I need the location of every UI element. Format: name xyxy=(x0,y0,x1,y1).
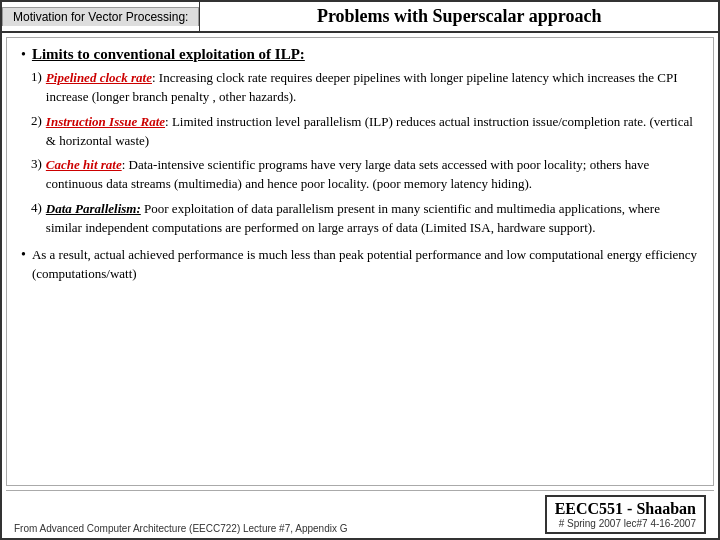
section-4: 4) Data Parallelism: Poor exploitation o… xyxy=(21,200,699,238)
bullet-symbol-2: • xyxy=(21,247,26,263)
term-data-parallelism: Data Parallelism: xyxy=(46,201,141,216)
section-1-text: Pipelined clock rate: Increasing clock r… xyxy=(46,69,699,107)
footer-date: # Spring 2007 lec#7 4-16-2007 xyxy=(555,518,696,529)
footer: From Advanced Computer Architecture (EEC… xyxy=(6,490,714,536)
section-3-num: 3) xyxy=(31,156,42,172)
term-cache-hit: Cache hit rate xyxy=(46,157,122,172)
footer-branding: EECC551 - Shaaban # Spring 2007 lec#7 4-… xyxy=(545,495,706,534)
header-tab: Motivation for Vector Processing: xyxy=(2,7,199,26)
header-tab-label: Motivation for Vector Processing: xyxy=(13,10,188,24)
section-3: 3) Cache hit rate: Data-intensive scient… xyxy=(21,156,699,194)
bullet-result: • As a result, actual achieved performan… xyxy=(21,244,699,284)
section-2-text: Instruction Issue Rate: Limited instruct… xyxy=(46,113,699,151)
result-text: As a result, actual achieved performance… xyxy=(32,246,699,284)
slide-title: Problems with Superscalar approach xyxy=(199,2,718,31)
section-1: 1) Pipelined clock rate: Increasing cloc… xyxy=(21,69,699,107)
limits-heading: Limits to conventional exploitation of I… xyxy=(32,46,305,63)
section-2-num: 2) xyxy=(31,113,42,129)
slide-container: Motivation for Vector Processing: Proble… xyxy=(0,0,720,540)
term-issue-rate: Instruction Issue Rate xyxy=(46,114,165,129)
bullet-symbol-1: • xyxy=(21,47,26,63)
footer-course-name: EECC551 - Shaaban xyxy=(555,500,696,518)
section-4-text: Data Parallelism: Poor exploitation of d… xyxy=(46,200,699,238)
section-1-num: 1) xyxy=(31,69,42,85)
footer-source: From Advanced Computer Architecture (EEC… xyxy=(14,523,348,534)
section-2: 2) Instruction Issue Rate: Limited instr… xyxy=(21,113,699,151)
section-3-body: Data-intensive scientific programs have … xyxy=(46,157,649,191)
bullet-limits: • Limits to conventional exploitation of… xyxy=(21,46,699,63)
section-3-text: Cache hit rate: Data-intensive scientifi… xyxy=(46,156,699,194)
header-bar: Motivation for Vector Processing: Proble… xyxy=(2,2,718,33)
section-4-num: 4) xyxy=(31,200,42,216)
content-area: • Limits to conventional exploitation of… xyxy=(6,37,714,486)
term-pipelined: Pipelined clock rate xyxy=(46,70,152,85)
